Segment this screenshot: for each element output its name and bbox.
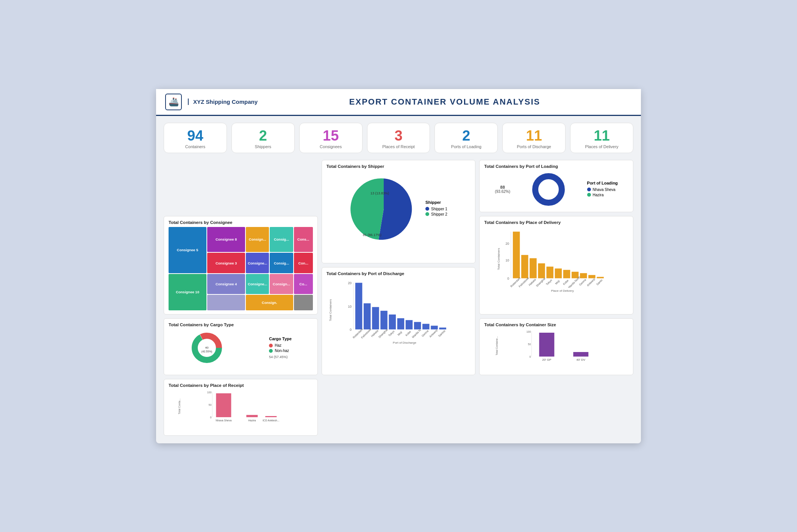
port-loading-legend: Port of Loading Nhava Sheva Hazira — [587, 181, 618, 198]
bar-felixstowe — [364, 303, 370, 329]
svg-text:Tokyo: Tokyo — [388, 329, 395, 337]
consignee-e7: Consigne... — [246, 274, 269, 294]
consignee-chart: Total Containers by Consignee Consignee … — [164, 216, 318, 315]
svg-text:0: 0 — [530, 355, 531, 358]
svg-text:10: 10 — [506, 258, 509, 262]
container-size-chart: Total Containers by Container Size Total… — [479, 318, 633, 375]
pod-bar-svg: 0 10 20 Rotterdam — [339, 278, 471, 339]
consignee4-cell: Consignee 4 — [207, 274, 245, 294]
bar-shanghai — [380, 311, 387, 329]
por-hazira-bar — [246, 415, 258, 417]
cargo-donut-svg: 40 (42.55%) — [190, 331, 224, 365]
kpi-card-consignees: 15 Consignees — [299, 123, 363, 153]
kpi-value: 94 — [187, 128, 203, 143]
bar-rotterdam — [355, 283, 362, 329]
svg-text:Tokyo: Tokyo — [545, 278, 553, 286]
shipper1-legend-item: Shipper 1 — [425, 207, 447, 211]
consignee-e12 — [294, 295, 313, 310]
svg-text:0: 0 — [350, 328, 352, 332]
svg-text:Antwerp: Antwerp — [586, 277, 596, 287]
svg-text:20: 20 — [506, 241, 509, 245]
plod-bar-geona — [580, 273, 587, 278]
port-loading-info: 88 (93.62%) — [495, 185, 510, 194]
svg-text:100: 100 — [207, 391, 212, 394]
plod-x-label: Place of Delivery — [496, 289, 628, 293]
plod-y-label: Total Containers — [497, 248, 501, 270]
kpi-card-places-of-delivery: 11 Places of Delivery — [570, 123, 633, 153]
consignee-e9: Co... — [294, 274, 313, 294]
kpi-card-ports-of-loading: 2 Ports of Loading — [434, 123, 498, 153]
plod-bar-kobe — [563, 270, 570, 278]
shipper2-legend-label: Shipper 2 — [431, 212, 447, 216]
kpi-card-ports-of-discharge: 11 Ports of Discharge — [502, 123, 566, 153]
cargo-donut-row: 40 (42.55%) Cargo Type Haz Non-haz 54 (5… — [169, 329, 313, 366]
plod-bar-moji — [555, 268, 562, 278]
port-discharge-title: Total Containers by Port of Discharge — [327, 271, 471, 276]
shipper-chart-title: Total Containers by Shipper — [327, 164, 471, 169]
plod-bar-tokyo — [547, 266, 553, 278]
plod-bar-rotterdam — [513, 232, 520, 278]
consignee10-cell: Consignee 10 — [169, 274, 206, 310]
svg-text:100: 100 — [527, 330, 531, 333]
consignee-e11: Consign. — [246, 295, 293, 310]
consignee-e4: Consigne... — [246, 253, 269, 273]
svg-text:20: 20 — [348, 281, 352, 285]
ship-icon: 🚢 — [169, 97, 179, 107]
consignee-e3: Cons... — [294, 227, 313, 252]
shipper1-dot — [425, 207, 429, 211]
page-title: EXPORT CONTAINER VOLUME ANALYSIS — [258, 97, 632, 107]
container-size-title: Total Containers by Container Size — [484, 322, 628, 327]
svg-text:20' GP: 20' GP — [542, 358, 552, 361]
bar-santos — [439, 327, 446, 329]
kpi-row: 94 Containers 2 Shippers 15 Consignees 3… — [156, 116, 641, 157]
svg-text:Geona: Geona — [421, 329, 430, 338]
pod-title: Total Containers by Place of Delivery — [484, 220, 628, 225]
bar-hakata — [372, 307, 379, 329]
kpi-label: Places of Delivery — [585, 144, 619, 149]
logo-box: 🚢 — [165, 94, 182, 110]
place-delivery-chart: Total Containers by Place of Delivery To… — [479, 216, 633, 315]
kpi-label: Consignees — [320, 144, 342, 149]
svg-text:Shanghai: Shanghai — [535, 277, 546, 288]
svg-text:(42.55%): (42.55%) — [202, 350, 212, 353]
kpi-value: 11 — [594, 128, 609, 143]
consignee8-cell: Consignee 8 — [207, 227, 245, 252]
bar-geona — [422, 324, 429, 329]
place-receipt-chart: Total Containers by Place of Receipt Tot… — [164, 379, 318, 436]
svg-text:Moji: Moji — [555, 279, 561, 285]
shipper2-dot — [425, 212, 429, 216]
port-discharge-chart: Total Containers by Port of Discharge To… — [322, 267, 476, 375]
kpi-card-shippers: 2 Shippers — [231, 123, 295, 153]
kpi-label: Ports of Discharge — [517, 144, 551, 149]
svg-text:0: 0 — [508, 277, 509, 280]
kpi-card-places-of-receipt: 3 Places of Receipt — [367, 123, 430, 153]
port-loading-donut-svg — [531, 172, 566, 207]
shipper1-label: 81 (86.17%) — [363, 233, 381, 237]
por-title: Total Containers by Place of Receipt — [169, 383, 313, 388]
svg-text:50: 50 — [528, 343, 531, 346]
company-name: XYZ Shipping Company — [188, 99, 258, 105]
por-y-label: Total Conta... — [178, 398, 181, 414]
cs-bar-svg: 0 50 100 20' GP 40' DV — [495, 329, 628, 363]
svg-text:Nhava Sheva: Nhava Sheva — [216, 419, 231, 422]
shipper1-legend-label: Shipper 1 — [431, 207, 447, 211]
consignee-e5: Consig... — [270, 253, 293, 273]
svg-text:Hazira: Hazira — [248, 419, 256, 422]
nhava-sheva-pct2: (93.62%) — [495, 189, 510, 194]
bar-manila — [414, 322, 421, 329]
svg-text:ICD Anklesh...: ICD Anklesh... — [263, 419, 279, 422]
port-loading-title: Total Containers by Port of Loading — [484, 164, 628, 169]
por-icd-bar — [265, 416, 277, 417]
nhava-sheva-pct: 88 — [495, 185, 510, 189]
consignee-title: Total Containers by Consignee — [169, 220, 313, 225]
shipper-chart: Total Containers by Shipper 13 (13.83%) … — [322, 160, 476, 263]
port-loading-donut-row: 88 (93.62%) Port of Loading Nhava Sheva — [484, 171, 628, 208]
kpi-label: Places of Receipt — [382, 144, 415, 149]
plod-bar-felixstowe — [521, 255, 528, 278]
svg-text:Santos: Santos — [438, 329, 446, 338]
cs-y-label: Total Containe... — [495, 336, 498, 355]
shipper-pie-svg: 13 (13.83%) 81 (86.17%) — [350, 175, 418, 243]
nonhaz-legend: Non-haz — [269, 349, 292, 353]
pod-x-label: Port of Discharge — [339, 341, 471, 344]
header: 🚢 XYZ Shipping Company EXPORT CONTAINER … — [156, 89, 641, 116]
